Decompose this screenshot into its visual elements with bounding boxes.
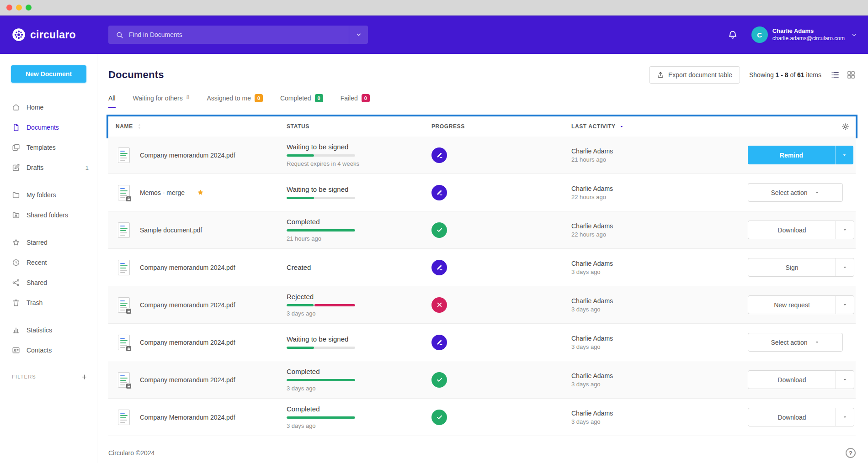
table-row[interactable]: Company memorandum 2024.pdfWaiting to be… bbox=[108, 137, 856, 174]
search-scope-dropdown[interactable] bbox=[349, 26, 368, 44]
action-button-download[interactable]: Download bbox=[748, 371, 836, 389]
action-split-button: Download bbox=[748, 370, 854, 389]
caret-down-icon bbox=[814, 339, 820, 345]
sidebar-item-label: Trash bbox=[27, 299, 43, 306]
table-settings-gear-icon[interactable] bbox=[841, 123, 849, 131]
notifications-button[interactable] bbox=[728, 30, 738, 40]
sidebar-item-my-folders[interactable]: My folders bbox=[0, 185, 97, 205]
table-row[interactable]: Company memorandum 2024.pdfRejected3 day… bbox=[108, 286, 856, 324]
export-icon bbox=[657, 71, 664, 79]
brand-name: circularo bbox=[30, 29, 76, 41]
action-button-download[interactable]: Download bbox=[748, 408, 836, 426]
document-file-icon bbox=[118, 335, 130, 350]
progress-segment-green bbox=[287, 347, 314, 349]
list-view-button[interactable] bbox=[831, 70, 840, 79]
window-titlebar bbox=[0, 0, 868, 16]
sidebar-item-label: Shared folders bbox=[27, 211, 68, 219]
tab-label: All bbox=[108, 95, 116, 102]
table-row[interactable]: Company memorandum 2024.pdfWaiting to be… bbox=[108, 324, 856, 361]
window-close-button[interactable] bbox=[6, 5, 12, 11]
completed-status-icon bbox=[431, 222, 447, 238]
sidebar-item-shared-folders[interactable]: Shared folders bbox=[0, 205, 97, 225]
document-name-cell: Company memorandum 2024.pdf bbox=[108, 137, 287, 174]
action-cell: New request bbox=[748, 286, 856, 323]
action-cell: Select action bbox=[748, 324, 856, 361]
sidebar-item-drafts[interactable]: Drafts1 bbox=[0, 158, 97, 178]
tab-completed[interactable]: Completed0 bbox=[280, 94, 323, 108]
progress-bar bbox=[287, 304, 355, 306]
column-header-progress[interactable]: PROGRESS bbox=[431, 123, 571, 130]
main-content: Documents Export document table Showing … bbox=[97, 54, 868, 463]
sidebar-item-label: Contacts bbox=[27, 347, 52, 354]
window-zoom-button[interactable] bbox=[26, 5, 32, 11]
action-button-select-action[interactable]: Select action bbox=[748, 183, 843, 202]
activity-user: Charlie Adams bbox=[571, 335, 748, 342]
window-minimize-button[interactable] bbox=[16, 5, 22, 11]
export-document-table-button[interactable]: Export document table bbox=[649, 66, 740, 84]
add-filter-button[interactable] bbox=[81, 374, 88, 380]
search-input[interactable] bbox=[129, 31, 349, 38]
table-row[interactable]: Sample document.pdfCompleted21 hours ago… bbox=[108, 211, 856, 249]
column-header-name[interactable]: NAME bbox=[108, 123, 287, 130]
caret-down-icon bbox=[841, 152, 847, 158]
tab-waiting-for-others[interactable]: Waiting for others8 bbox=[133, 94, 190, 108]
showing-range: 1 - 8 bbox=[776, 71, 788, 79]
table-row[interactable]: Memos - mergeWaiting to be signedCharlie… bbox=[108, 174, 856, 211]
tabs: AllWaiting for others8Assigned to me0Com… bbox=[108, 94, 856, 108]
action-button-remind[interactable]: Remind bbox=[748, 146, 835, 164]
progress-cell bbox=[431, 211, 571, 248]
sidebar-item-starred[interactable]: Starred bbox=[0, 232, 97, 253]
action-dropdown-toggle[interactable] bbox=[835, 146, 853, 164]
column-header-last-activity[interactable]: LAST ACTIVITY bbox=[571, 123, 748, 130]
user-menu[interactable]: C Charlie Adams charlie.adams@circularo.… bbox=[751, 26, 857, 43]
favorite-star-icon[interactable] bbox=[197, 189, 204, 196]
action-button-select-action[interactable]: Select action bbox=[748, 333, 843, 352]
action-button-sign[interactable]: Sign bbox=[748, 258, 836, 276]
activity-user: Charlie Adams bbox=[571, 410, 748, 417]
tab-label: Assigned to me bbox=[207, 95, 251, 102]
sort-icon[interactable] bbox=[136, 123, 143, 130]
sort-desc-caret-icon[interactable] bbox=[619, 124, 624, 129]
table-header[interactable]: NAME STATUS PROGRESS LAST ACTIVITY bbox=[108, 116, 856, 137]
sidebar-item-statistics[interactable]: Statistics bbox=[0, 320, 97, 340]
sidebar-item-contacts[interactable]: Contacts bbox=[0, 340, 97, 360]
templates-icon bbox=[12, 143, 20, 152]
tab-count-badge: 0 bbox=[255, 94, 263, 102]
caret-down-icon bbox=[842, 302, 848, 308]
action-button-new-request[interactable]: New request bbox=[748, 296, 836, 314]
table-row[interactable]: Company memorandum 2024.pdfCreatedCharli… bbox=[108, 249, 856, 286]
action-dropdown-toggle[interactable] bbox=[836, 371, 854, 389]
brand-logo[interactable]: circularo bbox=[0, 28, 97, 42]
sidebar-item-shared[interactable]: Shared bbox=[0, 273, 97, 293]
column-header-status[interactable]: STATUS bbox=[287, 123, 431, 130]
tab-failed[interactable]: Failed0 bbox=[341, 94, 370, 108]
tab-assigned-to-me[interactable]: Assigned to me0 bbox=[207, 94, 263, 108]
new-document-button[interactable]: New Document bbox=[11, 65, 86, 83]
action-dropdown-toggle[interactable] bbox=[836, 296, 854, 314]
action-dropdown-toggle[interactable] bbox=[836, 408, 854, 426]
sidebar-item-documents[interactable]: Documents bbox=[0, 117, 97, 137]
document-name-cell: Company memorandum 2024.pdf bbox=[108, 286, 287, 323]
tab-all[interactable]: All bbox=[108, 94, 116, 108]
action-button-download[interactable]: Download bbox=[748, 221, 836, 239]
app-window: circularo C Charlie Adams charlie.adams@… bbox=[0, 0, 868, 463]
last-activity-cell: Charlie Adams3 days ago bbox=[571, 361, 748, 398]
help-button[interactable]: ? bbox=[846, 448, 856, 458]
sidebar-item-recent[interactable]: Recent bbox=[0, 253, 97, 273]
action-dropdown-toggle[interactable] bbox=[836, 221, 854, 239]
folder-icon bbox=[12, 191, 20, 199]
sidebar-item-templates[interactable]: Templates bbox=[0, 137, 97, 158]
progress-segment-green bbox=[287, 229, 355, 232]
sidebar-item-home[interactable]: Home bbox=[0, 97, 97, 117]
completed-status-icon bbox=[431, 372, 447, 388]
header-right: C Charlie Adams charlie.adams@circularo.… bbox=[728, 26, 868, 43]
last-activity-cell: Charlie Adams21 hours ago bbox=[571, 137, 748, 174]
sidebar-item-trash[interactable]: Trash bbox=[0, 293, 97, 313]
action-split-button: New request bbox=[748, 295, 854, 314]
lock-icon bbox=[126, 383, 132, 389]
grid-view-button[interactable] bbox=[847, 70, 856, 79]
copyright-text: Circularo ©2024 bbox=[108, 449, 154, 457]
table-row[interactable]: Company memorandum 2024.pdfCompleted3 da… bbox=[108, 361, 856, 399]
action-dropdown-toggle[interactable] bbox=[836, 258, 854, 276]
table-row[interactable]: Company Memorandum 2024.pdfCompleted3 da… bbox=[108, 399, 856, 436]
